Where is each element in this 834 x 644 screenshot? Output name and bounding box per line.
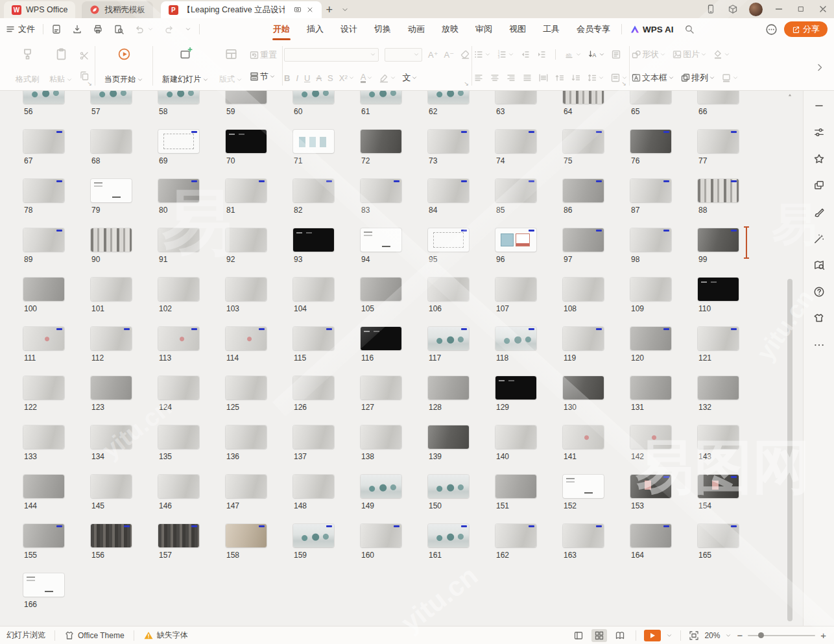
maximize-button[interactable]: [790, 0, 812, 18]
slide-thumbnail[interactable]: [23, 425, 64, 449]
properties-icon[interactable]: [813, 126, 825, 138]
slide-thumbnail[interactable]: [293, 376, 334, 400]
zoom-out-button[interactable]: −: [737, 630, 743, 641]
slide-thumbnail[interactable]: [495, 327, 536, 350]
slide-thumbnail[interactable]: [630, 179, 671, 202]
slide-thumbnail[interactable]: [158, 91, 199, 104]
toolbar-options-chevron[interactable]: [180, 18, 197, 40]
zoom-level-label[interactable]: 20%: [704, 631, 720, 640]
slide-thumbnail[interactable]: [563, 278, 604, 301]
slide-thumbnail[interactable]: [495, 376, 536, 400]
slide-thumbnail[interactable]: [293, 425, 334, 449]
slideshow-play-button[interactable]: [644, 630, 661, 641]
slide-thumbnail[interactable]: [158, 179, 199, 202]
slide-thumbnail[interactable]: [226, 278, 267, 301]
slide-thumbnail[interactable]: [428, 179, 469, 202]
slide-thumbnail[interactable]: [158, 327, 199, 350]
ribbon-expand-chevron[interactable]: [815, 62, 825, 73]
slide-thumbnail[interactable]: [361, 376, 401, 400]
vertical-scrollbar[interactable]: [787, 279, 792, 621]
outline-color-button[interactable]: [721, 73, 739, 83]
slide-sorter-view-button[interactable]: [591, 629, 607, 642]
smart-beautify-icon[interactable]: [813, 233, 825, 244]
slide-thumbnail[interactable]: [428, 130, 469, 153]
slide-thumbnail[interactable]: [293, 524, 334, 547]
tab-docer-templates[interactable]: 找稻壳模板: [82, 1, 153, 18]
mobile-connect-button[interactable]: [700, 0, 722, 18]
slide-thumbnail[interactable]: [226, 130, 267, 153]
reading-view-button[interactable]: [612, 629, 628, 642]
slide-thumbnail[interactable]: [361, 228, 401, 252]
slide-thumbnail[interactable]: [293, 327, 334, 350]
align-right-icon[interactable]: [506, 73, 516, 83]
highlight-button[interactable]: [379, 73, 396, 83]
slide-copy-icon[interactable]: [813, 180, 825, 191]
slide-thumbnail[interactable]: [226, 475, 267, 498]
decrease-spacing-icon[interactable]: [571, 73, 581, 83]
slide-thumbnail[interactable]: [23, 524, 64, 547]
slide-thumbnail[interactable]: [563, 376, 604, 400]
undo-button[interactable]: [129, 18, 159, 40]
slide-thumbnail[interactable]: [361, 524, 401, 547]
slide-thumbnail[interactable]: [428, 278, 469, 301]
slide-thumbnail[interactable]: [698, 91, 739, 104]
underline-button[interactable]: U: [304, 73, 310, 83]
slide-thumbnail[interactable]: [495, 425, 536, 449]
slide-thumbnail[interactable]: [293, 278, 334, 301]
text-direction-button[interactable]: ab: [564, 49, 582, 60]
slide-thumbnail[interactable]: [226, 376, 267, 400]
slide-thumbnail[interactable]: [495, 130, 536, 153]
slide-thumbnail[interactable]: [91, 524, 132, 547]
wps-ai-button[interactable]: WPS AI: [625, 18, 679, 40]
increase-indent-icon[interactable]: [536, 49, 547, 60]
slide-thumbnail[interactable]: [91, 179, 132, 202]
zoom-slider[interactable]: [748, 635, 815, 636]
menu-tab-开始[interactable]: 开始: [265, 18, 298, 40]
skin-theme-icon[interactable]: [813, 313, 825, 324]
increase-spacing-icon[interactable]: [554, 73, 565, 83]
annotation-pen-icon[interactable]: [813, 206, 825, 218]
slide-thumbnail[interactable]: [226, 425, 267, 449]
slide-thumbnail[interactable]: [563, 524, 604, 547]
slide-thumbnail[interactable]: [630, 278, 671, 301]
slide-thumbnail[interactable]: [698, 425, 739, 449]
chevron-down-icon[interactable]: [725, 632, 732, 639]
play-from-current-button[interactable]: 当页开始: [101, 45, 147, 87]
align-center-icon[interactable]: [490, 73, 500, 83]
slide-thumbnail[interactable]: [361, 425, 401, 449]
slide-thumbnail[interactable]: [630, 130, 671, 153]
menu-tab-切换[interactable]: 切换: [366, 18, 399, 40]
slide-thumbnail[interactable]: [91, 228, 132, 252]
slide-thumbnail[interactable]: [428, 327, 469, 350]
scroll-up-arrow[interactable]: [787, 92, 793, 99]
collapse-sidebar-icon[interactable]: [813, 100, 825, 112]
slide-thumbnail[interactable]: [495, 91, 536, 104]
slide-thumbnail[interactable]: [23, 327, 64, 350]
vertical-text-button[interactable]: A: [588, 49, 605, 60]
slide-thumbnail[interactable]: [361, 278, 401, 301]
reset-button[interactable]: 重置: [249, 49, 277, 61]
paragraph-settings-icon[interactable]: [611, 49, 621, 60]
slide-thumbnail[interactable]: [630, 475, 671, 498]
save-button[interactable]: [46, 18, 67, 40]
arrange-button[interactable]: 排列: [680, 72, 715, 84]
slide-thumbnail[interactable]: [563, 130, 604, 153]
slide-thumbnail[interactable]: [630, 425, 671, 449]
superscript-button[interactable]: X²: [339, 73, 355, 83]
slide-thumbnail[interactable]: [428, 524, 469, 547]
slide-thumbnail[interactable]: [158, 475, 199, 498]
slide-thumbnail[interactable]: [563, 228, 604, 252]
menu-tab-插入[interactable]: 插入: [298, 18, 332, 40]
menu-tab-放映[interactable]: 放映: [433, 18, 467, 40]
cut-icon[interactable]: [79, 51, 89, 61]
font-family-select[interactable]: [284, 48, 379, 62]
slide-thumbnail[interactable]: [698, 327, 739, 350]
slide-thumbnail[interactable]: [23, 228, 64, 252]
menu-tab-工具[interactable]: 工具: [534, 18, 568, 40]
menu-tab-视图[interactable]: 视图: [501, 18, 534, 40]
slide-thumbnail[interactable]: [563, 327, 604, 350]
slide-thumbnail[interactable]: [428, 91, 469, 104]
slide-thumbnail[interactable]: [23, 278, 64, 301]
slide-thumbnail[interactable]: [428, 475, 469, 498]
slide-thumbnail[interactable]: [495, 179, 536, 202]
